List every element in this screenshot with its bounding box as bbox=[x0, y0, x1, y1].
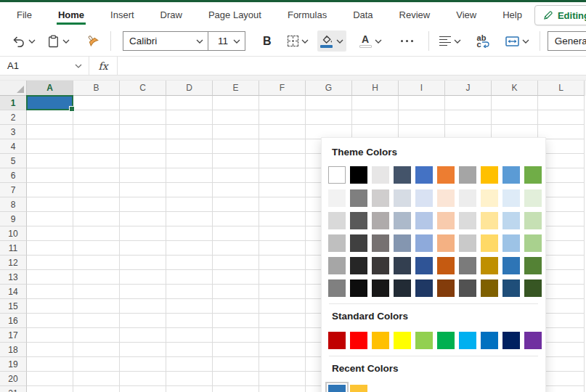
cell-D8[interactable] bbox=[166, 197, 213, 212]
theme-color-variant-swatch[interactable] bbox=[372, 279, 389, 297]
theme-color-variant-swatch[interactable] bbox=[394, 234, 411, 252]
column-header-C[interactable]: C bbox=[120, 81, 166, 96]
theme-color-swatch[interactable] bbox=[502, 166, 520, 184]
editing-mode-button[interactable]: Editing bbox=[534, 5, 586, 25]
cell-C14[interactable] bbox=[120, 285, 166, 299]
theme-color-variant-swatch[interactable] bbox=[437, 189, 455, 207]
cell-A7[interactable] bbox=[27, 183, 73, 197]
cell-C18[interactable] bbox=[120, 343, 166, 357]
theme-color-variant-swatch[interactable] bbox=[415, 234, 433, 252]
theme-color-swatch[interactable] bbox=[437, 166, 455, 184]
theme-color-swatch[interactable] bbox=[350, 166, 367, 184]
column-header-D[interactable]: D bbox=[166, 81, 213, 96]
cell-E12[interactable] bbox=[213, 256, 259, 270]
cell-B8[interactable] bbox=[73, 197, 120, 212]
theme-color-variant-swatch[interactable] bbox=[481, 189, 498, 207]
cell-B1[interactable] bbox=[73, 96, 120, 110]
theme-color-variant-swatch[interactable] bbox=[437, 279, 455, 297]
font-name-select[interactable]: Calibri bbox=[123, 36, 196, 46]
row-header-10[interactable]: 10 bbox=[0, 226, 27, 241]
standard-color-swatch[interactable] bbox=[372, 332, 389, 349]
cell-E6[interactable] bbox=[213, 168, 259, 183]
theme-color-variant-swatch[interactable] bbox=[394, 257, 411, 274]
theme-color-variant-swatch[interactable] bbox=[328, 279, 346, 297]
theme-color-variant-swatch[interactable] bbox=[350, 234, 367, 252]
standard-color-swatch[interactable] bbox=[328, 332, 346, 349]
cell-F8[interactable] bbox=[259, 197, 306, 212]
cell-C8[interactable] bbox=[120, 197, 166, 212]
cell-D2[interactable] bbox=[166, 110, 213, 125]
cell-I2[interactable] bbox=[399, 110, 445, 125]
alignment-button[interactable] bbox=[436, 33, 464, 50]
cell-D13[interactable] bbox=[166, 270, 213, 285]
row-header-17[interactable]: 17 bbox=[0, 328, 27, 343]
cell-E15[interactable] bbox=[213, 299, 259, 314]
row-header-20[interactable]: 20 bbox=[0, 372, 27, 386]
row-header-4[interactable]: 4 bbox=[0, 139, 27, 154]
theme-color-swatch[interactable] bbox=[459, 166, 476, 184]
theme-color-variant-swatch[interactable] bbox=[524, 189, 542, 207]
theme-color-variant-swatch[interactable] bbox=[459, 257, 476, 274]
cell-E10[interactable] bbox=[213, 226, 259, 241]
row-header-18[interactable]: 18 bbox=[0, 343, 27, 357]
row-header-21[interactable]: 21 bbox=[0, 386, 27, 392]
theme-color-variant-swatch[interactable] bbox=[524, 279, 542, 297]
column-header-I[interactable]: I bbox=[399, 81, 445, 96]
menu-tab-view[interactable]: View bbox=[455, 3, 477, 26]
cell-F20[interactable] bbox=[259, 372, 306, 386]
column-header-A[interactable]: A bbox=[27, 81, 73, 96]
theme-color-variant-swatch[interactable] bbox=[502, 257, 520, 274]
column-header-H[interactable]: H bbox=[352, 81, 399, 96]
theme-color-variant-swatch[interactable] bbox=[524, 234, 542, 252]
cell-I1[interactable] bbox=[399, 96, 445, 110]
bold-button[interactable]: B bbox=[256, 31, 279, 52]
standard-color-swatch[interactable] bbox=[437, 332, 455, 349]
cell-E3[interactable] bbox=[213, 125, 259, 139]
cell-E21[interactable] bbox=[213, 386, 259, 392]
cell-K2[interactable] bbox=[492, 110, 538, 125]
cell-A12[interactable] bbox=[27, 256, 73, 270]
cell-C3[interactable] bbox=[120, 125, 166, 139]
cell-A11[interactable] bbox=[27, 241, 73, 256]
cell-F14[interactable] bbox=[259, 285, 306, 299]
cell-D19[interactable] bbox=[166, 357, 213, 372]
select-all-corner[interactable] bbox=[0, 81, 27, 96]
recent-color-swatch[interactable] bbox=[328, 385, 346, 392]
cell-E7[interactable] bbox=[213, 183, 259, 197]
cell-D4[interactable] bbox=[166, 139, 213, 154]
cell-B9[interactable] bbox=[73, 212, 120, 226]
cell-G1[interactable] bbox=[306, 96, 352, 110]
cell-A5[interactable] bbox=[27, 154, 73, 168]
undo-button[interactable] bbox=[9, 32, 38, 51]
cell-B19[interactable] bbox=[73, 357, 120, 372]
cell-D20[interactable] bbox=[166, 372, 213, 386]
theme-color-variant-swatch[interactable] bbox=[328, 257, 346, 274]
cell-H2[interactable] bbox=[352, 110, 399, 125]
cell-C13[interactable] bbox=[120, 270, 166, 285]
cell-A19[interactable] bbox=[27, 357, 73, 372]
cell-D7[interactable] bbox=[166, 183, 213, 197]
wrap-text-button[interactable]: ab c bbox=[474, 31, 492, 52]
cell-K1[interactable] bbox=[492, 96, 538, 110]
menu-tab-data[interactable]: Data bbox=[352, 3, 373, 26]
theme-color-swatch[interactable] bbox=[394, 166, 411, 184]
row-header-19[interactable]: 19 bbox=[0, 357, 27, 372]
cell-C12[interactable] bbox=[120, 256, 166, 270]
cell-L1[interactable] bbox=[538, 96, 585, 110]
row-header-6[interactable]: 6 bbox=[0, 168, 27, 183]
theme-color-variant-swatch[interactable] bbox=[394, 212, 411, 229]
cell-C11[interactable] bbox=[120, 241, 166, 256]
row-header-15[interactable]: 15 bbox=[0, 299, 27, 314]
cell-J2[interactable] bbox=[445, 110, 492, 125]
cell-D15[interactable] bbox=[166, 299, 213, 314]
cell-F11[interactable] bbox=[259, 241, 306, 256]
standard-color-swatch[interactable] bbox=[350, 332, 367, 349]
cell-E16[interactable] bbox=[213, 314, 259, 328]
row-header-2[interactable]: 2 bbox=[0, 110, 27, 125]
theme-color-variant-swatch[interactable] bbox=[481, 257, 498, 274]
cell-D11[interactable] bbox=[166, 241, 213, 256]
theme-color-variant-swatch[interactable] bbox=[372, 189, 389, 207]
cell-F5[interactable] bbox=[259, 154, 306, 168]
cell-E2[interactable] bbox=[213, 110, 259, 125]
row-header-16[interactable]: 16 bbox=[0, 314, 27, 328]
